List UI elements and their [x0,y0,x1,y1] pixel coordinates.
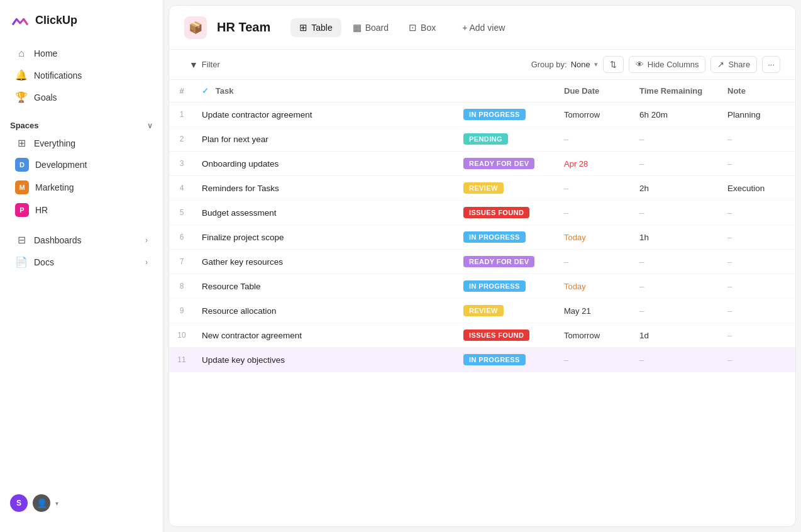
col-num: # [169,80,194,103]
add-view-button[interactable]: + Add view [455,19,512,36]
sidebar-item-home[interactable]: ⌂ Home [5,43,158,64]
note-value: – [727,355,732,365]
user-profile-area[interactable]: S 👤 ▾ [0,484,163,522]
row-time-remaining: 1h [632,225,720,250]
table-container: # ✓ Task Due Date Time Remaining Note 1 … [169,80,795,526]
row-num: 5 [169,201,194,225]
time-remaining-value: – [639,355,644,365]
row-task-name: Reminders for Tasks [194,176,456,201]
note-value: – [727,159,732,169]
sidebar-item-development[interactable]: D Development [5,153,158,176]
status-badge: IN PROGRESS [463,354,526,365]
sidebar-item-marketing[interactable]: M Marketing [5,176,158,199]
row-note: – [720,152,795,176]
time-remaining-value: – [639,135,644,144]
status-badge: ISSUES FOUND [463,207,529,218]
more-icon: ··· [768,60,775,69]
row-task-name: Finalize project scope [194,225,456,250]
row-due-date: Tomorrow [556,103,632,127]
table-row[interactable]: 4 Reminders for Tasks REVIEW – 2h Execut… [169,176,795,201]
row-due-date: – [556,127,632,152]
due-date-value: Tomorrow [564,331,600,340]
note-value: Execution [727,184,765,193]
row-time-remaining: – [632,250,720,274]
toolbar: ▼ Filter Group by: None ▾ ⇅ 👁 Hide Colum… [169,50,795,80]
table-row[interactable]: 10 New contractor agreement ISSUES FOUND… [169,323,795,348]
development-badge: D [15,158,29,172]
sidebar-item-docs[interactable]: 📄 Docs › [5,251,158,273]
filter-button[interactable]: ▼ Filter [184,57,225,72]
hide-columns-button[interactable]: 👁 Hide Columns [629,56,706,73]
table-tab-label: Table [311,23,332,33]
col-time-remaining: Time Remaining [632,80,720,103]
everything-icon: ⊞ [15,137,28,149]
row-task-name: New contractor agreement [194,323,456,348]
note-value: – [727,233,732,242]
status-badge: IN PROGRESS [463,109,526,120]
due-date-value: Tomorrow [564,110,600,119]
tab-box[interactable]: ⊡ Box [400,18,445,37]
note-value: – [727,306,732,316]
row-task-name: Budget assessment [194,201,456,225]
sidebar-item-dashboards[interactable]: ⊟ Dashboards › [5,229,158,251]
table-row[interactable]: 7 Gather key resources READY FOR DEV – –… [169,250,795,274]
row-due-date: – [556,201,632,225]
toolbar-right: Group by: None ▾ ⇅ 👁 Hide Columns ↗ Shar… [531,56,780,73]
status-badge: PENDING [463,133,508,145]
user-avatar-photo: 👤 [33,494,50,512]
group-by-selector[interactable]: Group by: None ▾ [531,60,598,69]
docs-label: Docs [34,257,54,267]
time-remaining-value: – [639,208,644,218]
tasks-table: # ✓ Task Due Date Time Remaining Note 1 … [169,80,795,372]
table-row[interactable]: 2 Plan for next year PENDING – – – [169,127,795,152]
row-time-remaining: – [632,299,720,323]
row-note: – [720,274,795,299]
tab-table[interactable]: ⊞ Table [290,18,341,37]
row-due-date: Tomorrow [556,323,632,348]
table-row[interactable]: 3 Onboarding updates READY FOR DEV Apr 2… [169,152,795,176]
spaces-section-header[interactable]: Spaces ∨ [0,113,163,133]
status-badge: IN PROGRESS [463,231,526,243]
row-num: 11 [169,348,194,372]
tab-board[interactable]: ▦ Board [344,18,397,37]
time-remaining-value: 6h 20m [639,110,668,119]
user-chevron-icon: ▾ [55,500,58,507]
hr-badge: P [15,203,29,217]
more-options-button[interactable]: ··· [762,56,780,73]
hide-cols-label: Hide Columns [648,60,699,69]
row-status: REVIEW [456,299,556,323]
table-tab-icon: ⊞ [299,22,307,33]
col-note: Note [720,80,795,103]
table-row[interactable]: 1 Update contractor agreement IN PROGRES… [169,103,795,127]
col-task: ✓ Task [194,80,456,103]
table-row[interactable]: 11 Update key objectives IN PROGRESS – –… [169,348,795,372]
share-button[interactable]: ↗ Share [710,56,757,73]
share-label: Share [728,60,750,69]
bell-icon: 🔔 [15,69,28,81]
row-due-date: – [556,348,632,372]
sidebar-item-hr[interactable]: P HR [5,199,158,221]
table-row[interactable]: 6 Finalize project scope IN PROGRESS Tod… [169,225,795,250]
due-date-value: – [564,355,568,365]
row-num: 9 [169,299,194,323]
sidebar-item-everything[interactable]: ⊞ Everything [5,133,158,153]
time-remaining-value: – [639,159,644,169]
home-icon: ⌂ [15,48,28,59]
group-by-label: Group by: [531,60,567,69]
note-value: – [727,135,732,144]
table-row[interactable]: 5 Budget assessment ISSUES FOUND – – – [169,201,795,225]
docs-left: 📄 Docs [15,256,54,268]
view-tabs: ⊞ Table ▦ Board ⊡ Box [290,18,445,37]
row-num: 6 [169,225,194,250]
table-row[interactable]: 8 Resource Table IN PROGRESS Today – – [169,274,795,299]
sort-button[interactable]: ⇅ [603,56,624,73]
sidebar-item-goals[interactable]: 🏆 Goals [5,86,158,108]
row-num: 4 [169,176,194,201]
sidebar-item-notifications[interactable]: 🔔 Notifications [5,64,158,86]
row-status: IN PROGRESS [456,348,556,372]
table-row[interactable]: 9 Resource allocation REVIEW May 21 – – [169,299,795,323]
row-status: IN PROGRESS [456,274,556,299]
row-note: – [720,127,795,152]
row-note: – [720,323,795,348]
time-remaining-value: 1h [639,233,649,242]
